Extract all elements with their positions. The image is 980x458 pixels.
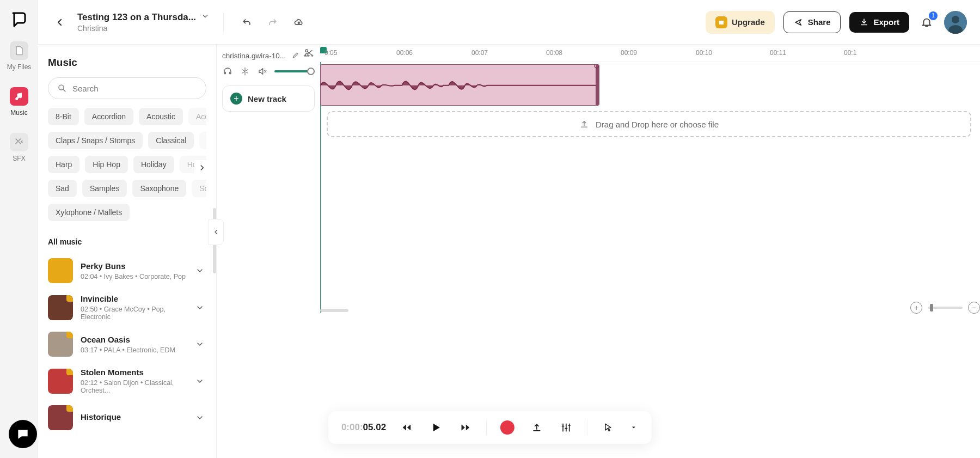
back-button[interactable] [51, 14, 69, 31]
cursor-tool-dropdown[interactable] [629, 419, 639, 436]
ruler-tick: 00:08 [546, 49, 562, 57]
zoom-in-button[interactable]: + [910, 302, 922, 314]
search-input[interactable] [48, 77, 206, 99]
ruler-tick: 00:11 [770, 49, 786, 57]
upload-button[interactable] [528, 419, 546, 436]
cursor-tool-button[interactable] [599, 419, 617, 436]
nav-label: My Files [7, 63, 32, 71]
ruler-tick: 0:05 [324, 49, 337, 57]
transport-bar: 0:00:05.02 [328, 411, 652, 444]
filter-tag[interactable]: Sad [48, 180, 77, 197]
music-title: Ocean Oasis [81, 335, 186, 344]
timeline-scrollbar[interactable] [320, 307, 915, 313]
music-title: Stolen Moments [81, 368, 186, 377]
filter-tag[interactable]: Harp [48, 156, 79, 173]
nav-my-files[interactable]: My Files [7, 38, 32, 74]
timeline-ruler[interactable]: 0:0500:0600:0700:0800:0900:1000:1100:1 [320, 45, 980, 62]
nav-music[interactable]: Music [10, 84, 28, 120]
redo-button[interactable] [264, 14, 281, 31]
mixer-button[interactable] [558, 419, 575, 436]
music-title: Perky Buns [81, 261, 186, 271]
audio-clip[interactable] [320, 64, 599, 106]
user-avatar[interactable] [944, 11, 967, 34]
project-title: Testing 123 on a Thursda... [77, 12, 196, 23]
filter-tag[interactable]: Classical [148, 132, 194, 149]
scissors-icon[interactable] [304, 48, 315, 59]
play-button[interactable] [427, 419, 445, 436]
album-art [48, 332, 73, 357]
rewind-button[interactable] [398, 419, 415, 436]
svg-rect-0 [719, 21, 724, 25]
notif-badge: 1 [929, 11, 938, 20]
ruler-tick: 00:06 [396, 49, 413, 57]
freeze-icon[interactable] [240, 66, 250, 77]
album-art [48, 258, 73, 283]
filter-tag[interactable]: Xylophone / Mallets [48, 204, 130, 221]
chevron-down-icon[interactable] [193, 375, 206, 388]
share-button[interactable]: Share [783, 11, 841, 33]
svg-rect-1 [719, 21, 724, 22]
chat-support-button[interactable] [9, 420, 37, 448]
nav-sfx[interactable]: SFX [10, 130, 28, 166]
volume-slider[interactable] [274, 70, 315, 72]
chevron-down-icon[interactable] [193, 301, 206, 314]
forward-button[interactable] [457, 419, 474, 436]
music-item[interactable]: Stolen Moments 02:12 • Salon Dijon • Cla… [48, 362, 206, 400]
music-title: Invincible [81, 294, 186, 303]
timeline: 0:0500:0600:0700:0800:0900:1000:1100:1 [320, 45, 980, 458]
clip-loop-icon [593, 64, 599, 68]
filter-tag[interactable]: Accordion [84, 108, 133, 125]
tags-scroll-right[interactable] [194, 160, 210, 175]
export-button[interactable]: Export [849, 12, 909, 33]
music-item[interactable]: Historique [48, 400, 206, 436]
new-track-button[interactable]: + New track [222, 86, 315, 112]
chevron-down-icon[interactable] [193, 411, 206, 424]
filter-tag[interactable]: Acoustic [139, 108, 183, 125]
filter-tag[interactable]: Scary [192, 180, 206, 197]
title-dropdown[interactable] [201, 13, 209, 22]
music-item[interactable]: Perky Buns 02:04 • Ivy Bakes • Corporate… [48, 253, 206, 289]
music-sub: 02:12 • Salon Dijon • Classical, Orchest… [81, 379, 186, 394]
music-item[interactable]: Ocean Oasis 03:17 • PALA • Electronic, E… [48, 326, 206, 362]
filter-tag[interactable]: Clas [199, 132, 206, 149]
undo-button[interactable] [238, 14, 255, 31]
drop-zone[interactable]: Drag and Drop here or choose file [327, 111, 971, 137]
filter-tag[interactable]: Samples [82, 180, 127, 197]
music-sub: 02:04 • Ivy Bakes • Corporate, Pop [81, 273, 186, 280]
zoom-out-button[interactable]: − [968, 302, 980, 314]
album-art [48, 405, 73, 430]
filter-tag[interactable]: Hip Hop [85, 156, 128, 173]
mute-icon[interactable] [257, 66, 268, 77]
filter-tag[interactable]: Saxophone [132, 180, 186, 197]
notifications-button[interactable]: 1 [918, 14, 935, 31]
filter-tag[interactable]: Acoust [188, 108, 206, 125]
headphones-icon[interactable] [222, 66, 233, 77]
chevron-down-icon[interactable] [193, 264, 206, 277]
plus-icon: + [230, 93, 242, 105]
filter-tag[interactable]: Holiday [133, 156, 174, 173]
track-name: christina.gwira-10... [222, 52, 287, 60]
tag-filter-rows: 8-BitAccordionAcousticAcoustClaps / Snap… [48, 108, 206, 228]
app-logo [10, 10, 28, 28]
header: Testing 123 on a Thursda... Christina Up… [38, 0, 980, 45]
music-item[interactable]: Invincible 02:50 • Grace McCoy • Pop, El… [48, 289, 206, 326]
filter-tag[interactable]: 8-Bit [48, 108, 79, 125]
track-edit-icon[interactable] [292, 51, 299, 60]
filter-tag[interactable]: Claps / Snaps / Stomps [48, 132, 143, 149]
waveform [321, 65, 599, 106]
record-button[interactable] [499, 419, 516, 436]
music-sub: 03:17 • PALA • Electronic, EDM [81, 346, 186, 354]
ruler-tick: 00:09 [621, 49, 637, 57]
cloud-sync-icon[interactable] [290, 14, 308, 31]
chevron-down-icon[interactable] [193, 338, 206, 351]
upgrade-button[interactable]: Upgrade [706, 11, 775, 34]
nav-rail: My Files Music SFX [0, 0, 38, 458]
ruler-tick: 00:1 [844, 49, 856, 57]
panel-collapse-button[interactable] [209, 219, 224, 245]
upload-icon [579, 119, 589, 129]
music-sub: 02:50 • Grace McCoy • Pop, Electronic [81, 306, 186, 321]
zoom-slider[interactable] [928, 307, 963, 309]
track-controls-column: christina.gwira-10... ••• + New track [217, 45, 320, 458]
ruler-tick: 00:10 [696, 49, 712, 57]
clip-resize-handle[interactable] [596, 65, 599, 105]
